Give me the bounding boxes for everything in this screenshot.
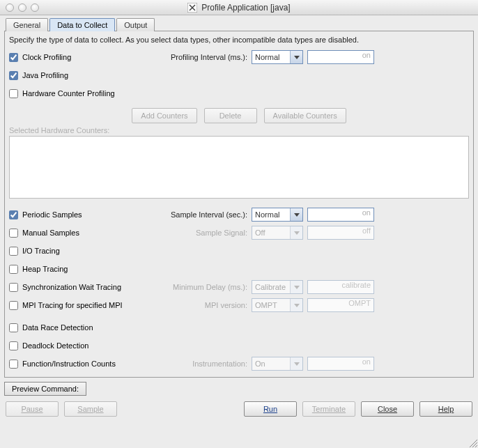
delete-button[interactable]: Delete	[204, 108, 257, 123]
panel-description: Specify the type of data to collect. As …	[9, 36, 469, 44]
instrumentation-select: On	[252, 357, 303, 371]
sample-interval-select[interactable]: Normal	[252, 208, 303, 222]
min-delay-label: Minimum Delay (ms.):	[160, 283, 252, 291]
close-button[interactable]: Close	[361, 401, 414, 417]
profiling-interval-label: Profiling Interval (ms.):	[153, 53, 252, 61]
io-tracing-label: I/O Tracing	[22, 247, 60, 255]
manual-samples-checkbox[interactable]	[9, 229, 18, 238]
zoom-window-icon[interactable]	[31, 3, 39, 12]
available-counters-button[interactable]: Available Counters	[264, 108, 346, 123]
mpi-version-label: MPI version:	[160, 301, 252, 309]
tab-output[interactable]: Output	[116, 18, 155, 31]
deadlock-checkbox[interactable]	[9, 341, 18, 350]
sync-wait-tracing-checkbox[interactable]	[9, 283, 18, 292]
sample-signal-label: Sample Signal:	[153, 229, 252, 237]
heap-tracing-checkbox[interactable]	[9, 265, 18, 274]
resize-grip-icon[interactable]	[467, 437, 478, 448]
preview-command-button[interactable]: Preview Command:	[4, 382, 86, 396]
func-inst-label: Function/Instruction Counts	[22, 360, 116, 368]
mpi-tracing-label: MPI Tracing for specified MPI	[22, 301, 123, 309]
instrumentation-label: Instrumentation:	[160, 360, 252, 368]
sample-button: Sample	[64, 401, 117, 417]
heap-tracing-label: Heap Tracing	[22, 265, 68, 273]
window-controls	[6, 3, 39, 12]
app-x-icon	[187, 3, 197, 13]
sample-interval-label: Sample Interval (sec.):	[153, 210, 252, 219]
periodic-samples-label: Periodic Samples	[22, 210, 82, 219]
clock-profiling-label: Clock Profiling	[22, 53, 71, 61]
sample-interval-input[interactable]: on	[307, 208, 374, 222]
sync-wait-tracing-label: Synchronization Wait Tracing	[22, 283, 121, 291]
hardware-counter-label: Hardware Counter Profiling	[22, 89, 115, 98]
help-button[interactable]: Help	[419, 401, 472, 417]
tab-panel: Specify the type of data to collect. As …	[4, 31, 474, 378]
window-title: Profile Application [java]	[201, 3, 290, 13]
java-profiling-checkbox[interactable]	[9, 71, 18, 80]
mpi-tracing-checkbox[interactable]	[9, 301, 18, 310]
mpi-version-input: OMPT	[307, 298, 374, 312]
min-delay-input: calibrate	[307, 280, 374, 294]
sample-signal-select: Off	[252, 226, 303, 240]
sample-signal-input: off	[307, 226, 374, 240]
chevron-down-icon	[290, 357, 302, 370]
close-window-icon[interactable]	[6, 3, 14, 12]
tab-general[interactable]: General	[6, 18, 48, 31]
minimize-window-icon[interactable]	[18, 3, 26, 12]
deadlock-label: Deadlock Detection	[22, 341, 88, 350]
clock-profiling-checkbox[interactable]	[9, 53, 18, 62]
terminate-button: Terminate	[302, 401, 355, 417]
manual-samples-label: Manual Samples	[22, 229, 79, 237]
profiling-interval-input[interactable]: on	[307, 50, 374, 64]
tab-bar: General Data to Collect Output	[4, 18, 474, 31]
dialog-footer: Pause Sample Run Terminate Close Help	[0, 396, 478, 421]
min-delay-select: Calibrate	[252, 280, 303, 294]
chevron-down-icon	[290, 299, 302, 311]
func-inst-checkbox[interactable]	[9, 360, 18, 369]
java-profiling-label: Java Profiling	[22, 71, 68, 79]
run-button[interactable]: Run	[244, 401, 297, 417]
chevron-down-icon[interactable]	[290, 208, 302, 221]
titlebar: Profile Application [java]	[0, 0, 478, 15]
periodic-samples-checkbox[interactable]	[9, 210, 18, 219]
svg-line-3	[475, 445, 477, 447]
data-race-checkbox[interactable]	[9, 323, 18, 332]
pause-button: Pause	[6, 401, 59, 417]
data-race-label: Data Race Detection	[22, 323, 93, 332]
hardware-counter-checkbox[interactable]	[9, 89, 18, 98]
chevron-down-icon	[290, 281, 302, 293]
mpi-version-select: OMPT	[252, 298, 303, 312]
instrumentation-input: on	[307, 357, 374, 371]
profiling-interval-select[interactable]: Normal	[252, 50, 303, 64]
tab-data-to-collect[interactable]: Data to Collect	[49, 18, 115, 31]
selected-hw-counters-label: Selected Hardware Counters:	[9, 126, 469, 134]
svg-rect-0	[187, 3, 197, 13]
selected-hw-counters-list[interactable]	[9, 136, 469, 199]
svg-line-2	[472, 442, 477, 447]
chevron-down-icon[interactable]	[290, 51, 302, 63]
add-counters-button[interactable]: Add Counters	[132, 108, 196, 123]
chevron-down-icon	[290, 226, 302, 239]
io-tracing-checkbox[interactable]	[9, 247, 18, 256]
